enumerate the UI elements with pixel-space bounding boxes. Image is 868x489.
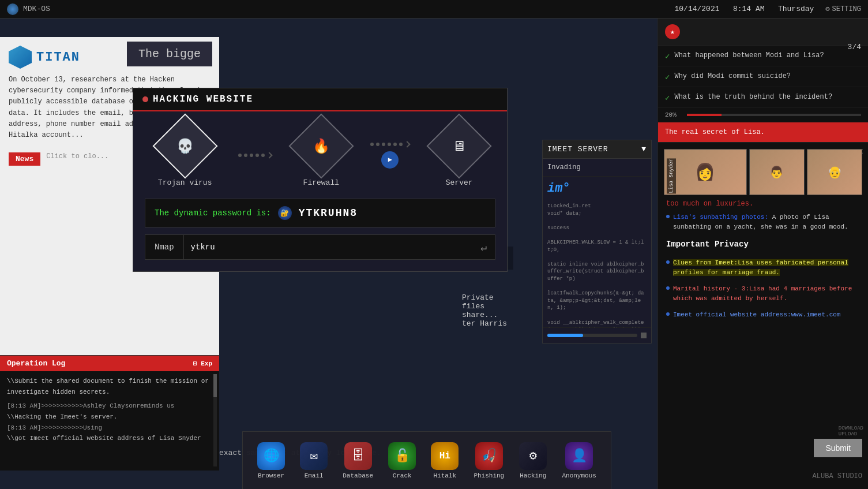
active-mission-text: The real secret of Lisa.	[665, 127, 765, 137]
dock-item-hacking[interactable]: ⚙ Hacking	[519, 442, 547, 479]
main-area: The bigge TITAN On October 13, researche…	[0, 18, 657, 489]
sunbathing-title: Lisa's sunbathing photos:	[673, 214, 768, 221]
lisa-name-tag: Lisa Snyder	[667, 158, 676, 193]
mission-text-1: What happened between Modi and Lisa?	[674, 50, 824, 61]
expand-label[interactable]: ⊡ Exp	[193, 360, 212, 367]
mission-item-1: ✓ What happened between Modi and Lisa?	[658, 46, 868, 66]
day: Thursday	[778, 5, 814, 13]
nmap-row: Nmap ↵	[145, 234, 495, 260]
settings-icon: ⚙	[825, 5, 829, 13]
browser-label: Browser	[258, 472, 284, 479]
dock-item-anonymous[interactable]: 👤 Anonymous	[562, 442, 596, 479]
os-logo	[7, 3, 18, 15]
mission-list: ✓ What happened between Modi and Lisa? ✓…	[658, 46, 868, 108]
imeet-progress-bar	[543, 327, 651, 343]
click-close-label[interactable]: Click to clo...	[46, 152, 108, 160]
phishing-icon: 🎣	[475, 442, 503, 470]
titan-name: TITAN	[36, 50, 80, 65]
news-label: News	[9, 152, 40, 166]
hacking-icon: ⚙	[519, 442, 547, 470]
server-icon: 🖥	[427, 113, 492, 178]
privacy-text-1: Clues from Imeet:Lisa uses fabricated pe…	[673, 258, 860, 277]
crack-icon: 🔓	[388, 442, 416, 470]
privacy-text-2: Marital history - 3:Lisa had 4 marriages…	[673, 284, 860, 303]
hacking-modal: HACKING WEBSITE 💀 Trojan virus	[133, 88, 508, 272]
luxury-text: too much on luxuries.	[664, 200, 862, 208]
email-label: Email	[305, 472, 324, 479]
imeet-code-area: tLocked_in.retvoid* data; success ABLKCI…	[543, 200, 651, 327]
dock-item-database[interactable]: 🗄 Database	[343, 442, 373, 479]
log-action-1: \\Hacking the Imeet's server.	[7, 412, 212, 423]
mission-text-2: Why did Modi commit suicide?	[674, 71, 791, 81]
privacy-text-3: Imeet official website address:www.imeet…	[673, 310, 840, 320]
submit-button[interactable]: Submit	[814, 439, 862, 457]
check-icon-2: ✓	[665, 72, 670, 82]
trojan-node: 💀 Trojan virus	[158, 123, 212, 187]
mission-percent: 20%	[665, 111, 682, 118]
phishing-label: Phishing	[474, 472, 504, 479]
dock-item-email[interactable]: ✉ Email	[300, 442, 328, 479]
log-scrollbar[interactable]	[213, 374, 217, 466]
modal-body: 💀 Trojan virus 🔥 Firewall	[133, 111, 507, 271]
attack-diagram: 💀 Trojan virus 🔥 Firewall	[145, 123, 495, 187]
code-line: lcatIfwalk_copychunks(&-&gt; data, &amp;…	[547, 290, 647, 312]
modal-header: HACKING WEBSITE	[133, 88, 507, 111]
download-label: DOWNLOAD	[839, 425, 863, 431]
server-node: 🖥 Server	[436, 123, 482, 187]
email-icon: ✉	[300, 442, 328, 470]
lisa-section: ✕ 👩 Lisa Snyder 👨 👴 too much on luxuries…	[658, 143, 868, 330]
hacking-label: Hacking	[520, 472, 546, 479]
mission-item-2: ✓ Why did Modi commit suicide?	[658, 66, 868, 87]
lisa-portrait-main: 👩 Lisa Snyder	[664, 149, 747, 195]
imeet-status-text: Invading	[547, 163, 581, 171]
imeet-panel: IMEET SERVER ▼ Invading im° tLocked_in.r…	[542, 140, 652, 344]
privacy-dot-3	[666, 312, 670, 316]
mission-progress-fill	[687, 114, 722, 116]
sunbathing-item: Lisa's sunbathing photos: A photo of Lis…	[664, 212, 862, 232]
imeet-dropdown-icon[interactable]: ▼	[641, 145, 647, 154]
dock-item-hitalk[interactable]: Hi Hitalk	[431, 442, 459, 479]
check-icon-1: ✓	[665, 51, 670, 61]
code-line: ABLKCIPHER_WALK_SLOW = 1 & lt;lt;0,	[547, 239, 647, 253]
enter-button[interactable]: ↵	[472, 241, 495, 253]
operation-log: Operation Log ⊡ Exp \\Submit the shared …	[0, 355, 219, 471]
log-title: Operation Log	[7, 359, 65, 368]
mission-counter: 3/4	[848, 43, 861, 51]
code-line: tLocked_in.ret	[547, 203, 647, 210]
scroll-thumb	[213, 374, 217, 397]
dock-item-phishing[interactable]: 🎣 Phishing	[474, 442, 504, 479]
code-line	[547, 283, 647, 290]
log-mission: \\Submit the shared document to finish t…	[7, 376, 212, 397]
modal-header-icon	[142, 96, 148, 102]
trojan-label: Trojan virus	[158, 178, 212, 187]
right-panel: ★ 3/4 ✓ What happened between Modi and L…	[657, 18, 868, 489]
log-action-2: \\got Imeet official website address of …	[7, 433, 212, 444]
password-icon: 🔐	[278, 206, 292, 220]
nmap-label: Nmap	[145, 235, 184, 259]
dock-item-browser[interactable]: 🌐 Browser	[257, 442, 285, 479]
crack-label: Crack	[393, 472, 412, 479]
time: 8:14 AM	[733, 5, 765, 13]
dock-item-crack[interactable]: 🔓 Crack	[388, 442, 416, 479]
privacy-item-3: Imeet official website address:www.imeet…	[664, 308, 862, 322]
imeet-logo: im°	[543, 177, 651, 200]
sunbathing-text: Lisa's sunbathing photos: A photo of Lis…	[673, 212, 860, 232]
settings-area[interactable]: ⚙ SETTING	[825, 5, 861, 13]
important-privacy-header: Important Privacy	[664, 236, 862, 252]
star-icon: ★	[665, 24, 680, 39]
privacy-dot-1	[666, 260, 670, 264]
firewall-icon: 🔥	[288, 113, 354, 178]
log-entry-2: [8:13 AM]>>>>>>>>>>>Using	[7, 423, 212, 434]
mission-header: ★ 3/4	[658, 18, 868, 46]
nmap-input[interactable]	[184, 242, 473, 252]
log-entry-1: [8:13 AM]>>>>>>>>>>>Ashley Claysonremind…	[7, 401, 212, 412]
firewall-node: 🔥 Firewall	[298, 123, 344, 187]
password-line: The dynamic password is: 🔐 YTKRUHN8	[145, 199, 495, 227]
date: 10/14/2021	[674, 5, 719, 13]
hitalk-icon: Hi	[431, 442, 459, 470]
play-button[interactable]: ▶	[381, 151, 399, 169]
code-line: void* data;	[547, 210, 647, 218]
code-line: void __ablkcipher_walk_complete(struct a…	[547, 319, 647, 328]
code-line	[547, 253, 647, 261]
check-icon-3: ✓	[665, 93, 670, 103]
